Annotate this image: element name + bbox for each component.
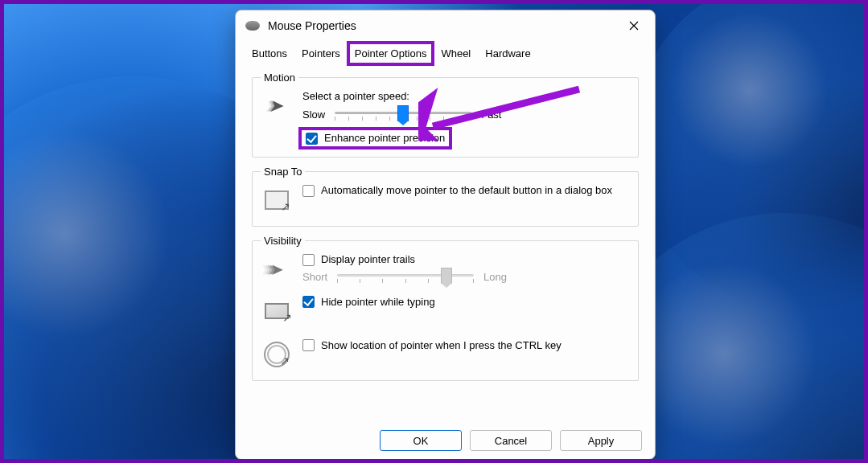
tab-pointer-options[interactable]: Pointer Options: [352, 44, 430, 64]
slow-label: Slow: [302, 109, 325, 121]
long-label: Long: [483, 271, 507, 283]
trails-slider: [337, 269, 474, 284]
snapto-legend: Snap To: [261, 166, 305, 178]
close-button[interactable]: [619, 14, 648, 38]
fast-label: Fast: [481, 109, 501, 121]
hide-typing-icon: [261, 295, 293, 327]
tab-strip: Buttons Pointers Pointer Options Wheel H…: [236, 41, 655, 65]
slider-thumb[interactable]: [397, 105, 409, 121]
mouse-properties-dialog: Mouse Properties Buttons Pointers Pointe…: [235, 10, 656, 460]
snapto-group: Snap To Automatically move pointer to th…: [252, 166, 639, 227]
titlebar: Mouse Properties: [236, 10, 655, 41]
cancel-button[interactable]: Cancel: [470, 430, 552, 451]
apply-button[interactable]: Apply: [560, 430, 642, 451]
close-icon: [629, 21, 639, 31]
enhance-precision-checkbox[interactable]: [306, 133, 318, 145]
visibility-legend: Visibility: [261, 235, 305, 247]
ok-button[interactable]: OK: [380, 430, 462, 451]
short-label: Short: [302, 271, 327, 283]
trails-label: Display pointer trails: [321, 253, 415, 265]
select-speed-label: Select a pointer speed:: [302, 90, 630, 102]
pointer-speed-slider[interactable]: [335, 107, 471, 121]
ctrl-locate-checkbox[interactable]: [302, 339, 315, 351]
pointer-speed-icon: ➤: [261, 90, 293, 122]
hide-typing-label: Hide pointer while typing: [321, 296, 435, 308]
trails-checkbox[interactable]: [302, 254, 315, 266]
visibility-group: Visibility ➤ Display pointer trails Shor…: [252, 235, 639, 381]
enhance-precision-label: Enhance pointer precision: [324, 132, 445, 144]
snapto-label: Automatically move pointer to the defaul…: [321, 184, 612, 196]
snapto-checkbox[interactable]: [302, 185, 315, 197]
ctrl-locate-icon: ↖: [261, 338, 293, 371]
motion-legend: Motion: [261, 72, 298, 84]
slider-thumb: [441, 268, 452, 284]
tab-wheel[interactable]: Wheel: [438, 44, 474, 64]
window-title: Mouse Properties: [268, 19, 619, 32]
dialog-buttons: OK Cancel Apply: [236, 425, 655, 459]
hide-typing-checkbox[interactable]: [302, 296, 315, 308]
tab-buttons[interactable]: Buttons: [249, 44, 290, 64]
trails-icon: ➤: [261, 253, 293, 285]
motion-group: Motion ➤ Select a pointer speed: Slow Fa…: [252, 72, 639, 158]
tab-pointers[interactable]: Pointers: [298, 44, 343, 64]
dialog-content: Motion ➤ Select a pointer speed: Slow Fa…: [236, 65, 655, 425]
snapto-icon: [261, 184, 293, 216]
tab-hardware[interactable]: Hardware: [482, 44, 533, 64]
mouse-icon: [245, 21, 260, 31]
ctrl-locate-label: Show location of pointer when I press th…: [321, 339, 562, 351]
